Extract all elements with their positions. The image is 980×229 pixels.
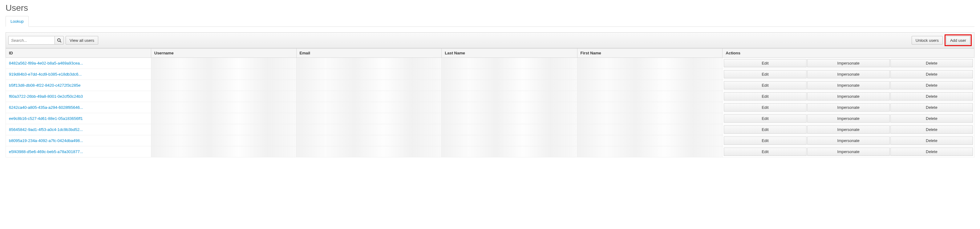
search-button[interactable] [54,36,64,44]
table-row: b5ff13d8-db08-4f22-8420-c4272f3c285eEdit… [6,80,974,91]
cell-firstname [577,80,722,91]
delete-button[interactable]: Delete [890,125,973,134]
table-row: f60a3722-26bb-49a8-8001-0e2cf50c24b3Edit… [6,91,974,102]
impersonate-button[interactable]: Impersonate [807,103,890,112]
col-header-actions: Actions [722,49,974,58]
add-user-highlight: Add user [945,35,972,46]
cell-firstname [577,124,722,135]
actions-cell: EditImpersonateDelete [723,114,974,123]
cell-username [151,135,296,146]
edit-button[interactable]: Edit [724,92,806,101]
impersonate-button[interactable]: Impersonate [807,114,890,123]
cell-lastname [442,69,577,80]
cell-email [296,58,442,69]
cell-firstname [577,146,722,157]
delete-button[interactable]: Delete [890,148,973,156]
user-id-link[interactable]: ee9c8b16-c527-4d61-88e1-05a183656ff1 [9,116,83,121]
delete-button[interactable]: Delete [890,92,973,101]
search-icon [57,38,61,43]
delete-button[interactable]: Delete [890,114,973,123]
cell-firstname [577,102,722,113]
cell-lastname [442,124,577,135]
actions-cell: EditImpersonateDelete [723,91,974,101]
search-input[interactable] [8,36,54,44]
edit-button[interactable]: Edit [724,81,806,90]
cell-username [151,113,296,124]
tab-lookup[interactable]: Lookup [6,16,29,27]
page-title: Users [6,3,974,13]
col-header-username[interactable]: Username [151,49,296,58]
delete-button[interactable]: Delete [890,70,973,78]
col-header-id[interactable]: ID [6,49,151,58]
table-row: 8482a562-f89a-4e02-b8a5-a469a93cea...Edi… [6,58,974,69]
cell-lastname [442,91,577,102]
cell-email [296,113,442,124]
edit-button[interactable]: Edit [724,103,806,112]
cell-firstname [577,69,722,80]
user-id-link[interactable]: 919d84b3-e7dd-4cd9-b385-e18db3dc6... [9,72,82,77]
toolbar: View all users Unlock users Add user [6,32,974,48]
cell-username [151,146,296,157]
impersonate-button[interactable]: Impersonate [807,92,890,101]
table-header-row: ID Username Email Last Name First Name A… [6,49,974,58]
edit-button[interactable]: Edit [724,136,806,145]
delete-button[interactable]: Delete [890,136,973,145]
cell-firstname [577,58,722,69]
col-header-email[interactable]: Email [296,49,442,58]
actions-cell: EditImpersonateDelete [723,69,974,79]
view-all-users-button[interactable]: View all users [65,36,98,44]
col-header-firstname[interactable]: First Name [577,49,722,58]
impersonate-button[interactable]: Impersonate [807,59,890,67]
edit-button[interactable]: Edit [724,59,806,67]
impersonate-button[interactable]: Impersonate [807,136,890,145]
cell-email [296,69,442,80]
cell-email [296,80,442,91]
table-row: 6242ca40-a805-435a-a294-6028f85646...Edi… [6,102,974,113]
cell-email [296,102,442,113]
delete-button[interactable]: Delete [890,59,973,67]
user-id-link[interactable]: f60a3722-26bb-49a8-8001-0e2cf50c24b3 [9,94,83,99]
table-row: ee9c8b16-c527-4d61-88e1-05a183656ff1Edit… [6,113,974,124]
edit-button[interactable]: Edit [724,114,806,123]
impersonate-button[interactable]: Impersonate [807,81,890,90]
impersonate-button[interactable]: Impersonate [807,125,890,134]
add-user-button[interactable]: Add user [946,36,970,44]
user-id-link[interactable]: b8095a19-234a-4092-a7fc-0424dba498... [9,138,83,143]
cell-username [151,80,296,91]
cell-lastname [442,113,577,124]
cell-email [296,124,442,135]
edit-button[interactable]: Edit [724,125,806,134]
cell-username [151,91,296,102]
unlock-users-button[interactable]: Unlock users [912,36,943,44]
cell-username [151,102,296,113]
search-group [8,36,64,44]
table-row: b8095a19-234a-4092-a7fc-0424dba498...Edi… [6,135,974,146]
impersonate-button[interactable]: Impersonate [807,148,890,156]
cell-username [151,58,296,69]
actions-cell: EditImpersonateDelete [723,80,974,90]
actions-cell: EditImpersonateDelete [723,125,974,135]
actions-cell: EditImpersonateDelete [723,136,974,146]
user-id-link[interactable]: 8482a562-f89a-4e02-b8a5-a469a93cea... [9,61,83,65]
actions-cell: EditImpersonateDelete [723,58,974,68]
cell-firstname [577,91,722,102]
delete-button[interactable]: Delete [890,81,973,90]
cell-username [151,69,296,80]
user-id-link[interactable]: b5ff13d8-db08-4f22-8420-c4272f3c285e [9,83,81,88]
table-row: e5f43988-d5e6-469c-beb5-a78a301877...Edi… [6,146,974,157]
delete-button[interactable]: Delete [890,103,973,112]
col-header-lastname[interactable]: Last Name [442,49,577,58]
cell-lastname [442,102,577,113]
user-id-link[interactable]: 6242ca40-a805-435a-a294-6028f85646... [9,105,83,110]
users-table: ID Username Email Last Name First Name A… [6,48,974,157]
edit-button[interactable]: Edit [724,148,806,156]
user-id-link[interactable]: 85645842-9ad1-4f53-a0c4-1dc9b3bd52... [9,127,83,132]
edit-button[interactable]: Edit [724,70,806,78]
table-row: 919d84b3-e7dd-4cd9-b385-e18db3dc6...Edit… [6,69,974,80]
user-id-link[interactable]: e5f43988-d5e6-469c-beb5-a78a301877... [9,149,83,154]
actions-cell: EditImpersonateDelete [723,147,974,157]
cell-lastname [442,80,577,91]
impersonate-button[interactable]: Impersonate [807,70,890,78]
cell-lastname [442,135,577,146]
cell-username [151,124,296,135]
